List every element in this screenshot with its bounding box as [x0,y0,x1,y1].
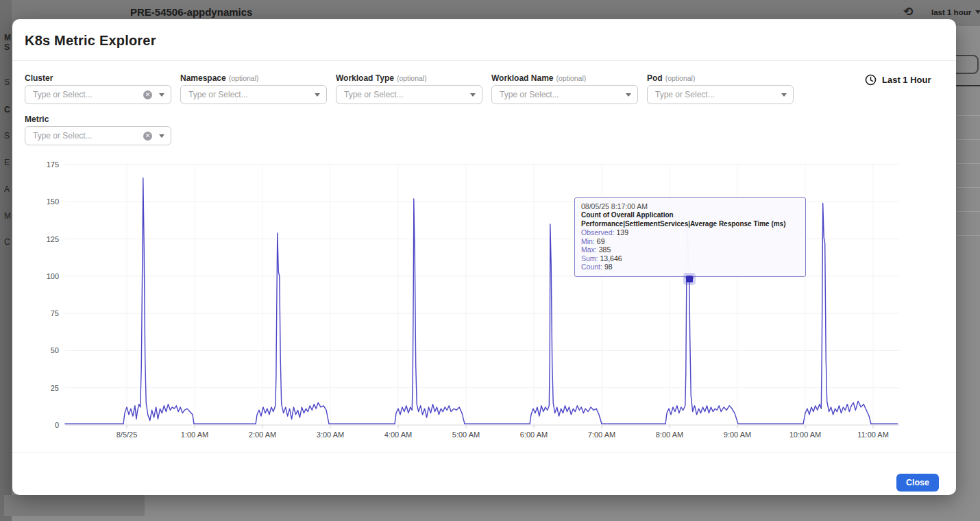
clock-icon [865,74,877,86]
clear-icon[interactable]: ✕ [143,132,152,141]
svg-text:75: 75 [51,309,59,317]
chevron-down-icon[interactable] [159,93,164,97]
cluster-select[interactable]: ✕ [25,85,171,104]
svg-text:100: 100 [47,272,59,280]
svg-text:25: 25 [51,384,59,392]
chart-tooltip: 08/05/25 8:17:00 AM Count of Overall App… [574,197,806,277]
selected-point-marker [686,276,693,282]
background-sidebar-footer [4,495,145,516]
footer-divider [12,452,956,453]
workload-type-input[interactable] [343,89,470,100]
tooltip-stat-observed: Observed:139 [581,228,799,237]
refresh-icon: ⟳ [903,5,913,19]
background-app-title: PRE-54506-appdynamics [130,6,252,18]
background-row-line [957,187,980,188]
background-row-line [957,139,980,140]
time-range-selector[interactable]: Last 1 Hour [865,74,931,86]
svg-text:150: 150 [47,197,59,206]
header-divider [12,60,956,61]
svg-text:3:00 AM: 3:00 AM [317,431,344,439]
svg-text:5:00 AM: 5:00 AM [452,431,480,439]
background-row-line [957,211,980,212]
pod-input[interactable] [654,89,781,100]
tooltip-stat-sum: Sum:13,646 [581,254,799,263]
chevron-down-icon[interactable] [470,93,476,97]
sidebar-letter: M [4,211,12,221]
close-button[interactable]: Close [896,474,939,492]
metric-select[interactable]: ✕ [25,126,171,145]
sidebar-letter: C [4,105,12,114]
background-row-line [957,163,980,164]
svg-text:9:00 AM: 9:00 AM [724,431,751,439]
svg-text:50: 50 [51,346,59,354]
background-time-range-label: last 1 hour [931,8,971,16]
k8s-metric-explorer-dialog: K8s Metric Explorer Cluster Namespace(op… [12,19,956,495]
sidebar-letter: E [4,158,12,167]
tooltip-metric-name: Count of Overall Application Performance… [581,211,799,228]
tooltip-timestamp: 08/05/25 8:17:00 AM [581,202,799,211]
pod-select[interactable] [647,85,794,104]
metric-input[interactable] [32,130,143,141]
metric-label: Metric [25,114,49,124]
workload-name-input[interactable] [498,89,626,100]
svg-text:175: 175 [47,160,59,169]
sidebar-letter: M [4,33,12,43]
svg-text:8:00 AM: 8:00 AM [656,431,683,439]
svg-text:0: 0 [55,421,59,429]
dialog-title: K8s Metric Explorer [25,33,156,49]
tooltip-stat-count: Count:98 [581,263,799,271]
svg-text:11:00 AM: 11:00 AM [857,431,889,439]
chevron-down-icon[interactable] [626,93,631,97]
svg-text:10:00 AM: 10:00 AM [789,431,821,439]
pod-label: Pod(optional) [647,73,695,83]
svg-text:1:00 AM: 1:00 AM [181,431,208,439]
sidebar-letter: C [4,237,12,247]
sidebar-letter: S [4,43,12,52]
chevron-down-icon[interactable] [781,93,787,97]
svg-text:2:00 AM: 2:00 AM [249,431,276,439]
workload-name-select[interactable] [491,85,638,104]
background-row-line [957,115,980,116]
chevron-down-icon[interactable] [315,93,320,97]
chevron-down-icon[interactable] [159,134,164,138]
namespace-label: Namespace(optional) [180,73,259,83]
svg-text:125: 125 [47,235,59,243]
sidebar-letter: S [4,131,12,141]
svg-text:8/5/25: 8/5/25 [117,431,138,439]
background-row-line [957,235,980,236]
workload-name-label: Workload Name(optional) [491,73,586,83]
svg-text:6:00 AM: 6:00 AM [520,431,548,439]
screen: PRE-54506-appdynamics ⟳ last 1 hour M S … [0,0,980,521]
cluster-input[interactable] [32,89,143,100]
tooltip-stat-max: Max:385 [581,245,799,254]
workload-type-select[interactable] [336,85,482,104]
svg-text:7:00 AM: 7:00 AM [588,431,615,439]
namespace-input[interactable] [187,89,315,100]
cluster-label: Cluster [25,73,53,83]
workload-type-label: Workload Type(optional) [336,73,427,83]
sidebar-letter: A [4,184,12,194]
chevron-down-icon [975,10,980,14]
tooltip-stat-min: Min:69 [581,237,799,246]
clear-icon[interactable]: ✕ [143,90,152,99]
sidebar-letter: S [4,77,12,87]
time-range-label: Last 1 Hour [882,75,931,85]
namespace-select[interactable] [180,85,327,104]
svg-text:4:00 AM: 4:00 AM [384,431,412,439]
